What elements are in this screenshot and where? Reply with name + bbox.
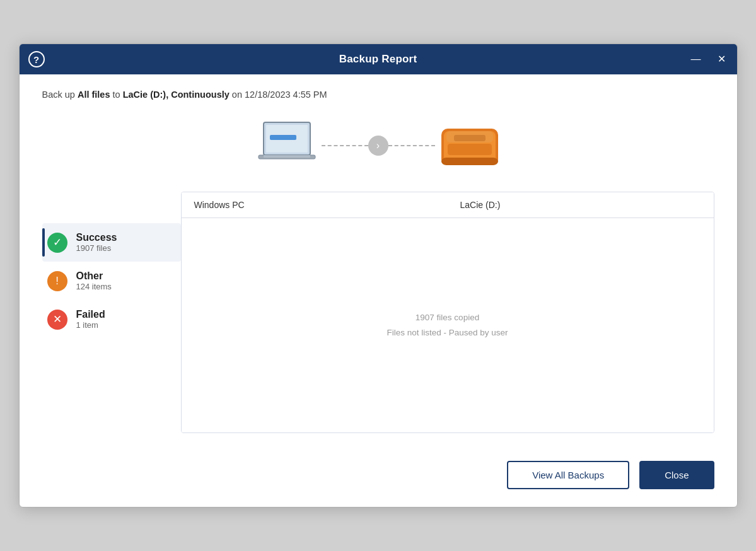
transfer-visualization: › bbox=[42, 117, 714, 174]
sidebar-text-other: Other 124 items bbox=[76, 270, 112, 291]
success-label: Success bbox=[76, 232, 117, 243]
table-panel: Windows PC LaCie (D:) 1907 files copied … bbox=[181, 192, 714, 433]
other-label: Other bbox=[76, 270, 112, 282]
subtitle-bold1: All files bbox=[78, 90, 110, 100]
backup-subtitle: Back up All files to LaCie (D:), Continu… bbox=[42, 90, 714, 100]
table-empty-message: 1907 files copied Files not listed - Pau… bbox=[387, 310, 508, 341]
table-header: Windows PC LaCie (D:) bbox=[182, 192, 714, 218]
titlebar-left: ? bbox=[28, 51, 45, 67]
subtitle-bold2: LaCie (D:), Continuously bbox=[123, 90, 230, 100]
sidebar-item-success[interactable]: ✓ Success 1907 files bbox=[42, 223, 181, 262]
backup-report-window: ? Backup Report — ✕ Back up All files to… bbox=[19, 44, 738, 508]
sidebar-item-other[interactable]: ! Other 124 items bbox=[42, 262, 181, 300]
footer: View All Backups Close bbox=[20, 448, 737, 507]
table-col-source: Windows PC bbox=[182, 192, 448, 218]
failed-count: 1 item bbox=[76, 320, 105, 330]
titlebar: ? Backup Report — ✕ bbox=[20, 44, 737, 74]
close-button[interactable]: Close bbox=[639, 461, 714, 489]
sidebar-text-success: Success 1907 files bbox=[76, 232, 117, 253]
svg-rect-9 bbox=[448, 144, 492, 155]
svg-rect-2 bbox=[270, 135, 296, 140]
main-area: ✓ Success 1907 files ! Other 124 items ✕ bbox=[42, 192, 714, 433]
other-icon: ! bbox=[47, 271, 67, 291]
drive-svg bbox=[435, 117, 504, 174]
window-title: Backup Report bbox=[339, 53, 417, 66]
subtitle-suffix: on 12/18/2023 4:55 PM bbox=[230, 90, 327, 100]
svg-rect-4 bbox=[264, 155, 310, 158]
empty-line2: Files not listed - Paused by user bbox=[387, 328, 508, 337]
help-icon[interactable]: ? bbox=[28, 51, 45, 67]
svg-rect-10 bbox=[446, 131, 493, 142]
arrow-circle: › bbox=[368, 136, 388, 156]
close-window-button[interactable]: ✕ bbox=[715, 53, 728, 66]
minimize-button[interactable]: — bbox=[689, 53, 704, 66]
laptop-svg bbox=[252, 117, 322, 174]
other-count: 124 items bbox=[76, 282, 112, 291]
svg-rect-8 bbox=[441, 158, 498, 165]
failed-icon: ✕ bbox=[47, 310, 67, 330]
subtitle-prefix: Back up bbox=[42, 90, 78, 100]
sidebar: ✓ Success 1907 files ! Other 124 items ✕ bbox=[42, 223, 181, 339]
view-all-backups-button[interactable]: View All Backups bbox=[507, 461, 629, 489]
table-col-dest: LaCie (D:) bbox=[448, 192, 714, 218]
transfer-arrow: › bbox=[322, 136, 435, 156]
dashed-line-right bbox=[388, 145, 435, 146]
content-area: Back up All files to LaCie (D:), Continu… bbox=[20, 74, 737, 448]
subtitle-middle: to bbox=[110, 90, 123, 100]
titlebar-right: — ✕ bbox=[689, 53, 728, 66]
success-count: 1907 files bbox=[76, 243, 117, 253]
source-device-icon bbox=[252, 117, 322, 174]
failed-label: Failed bbox=[76, 309, 105, 320]
table-body: 1907 files copied Files not listed - Pau… bbox=[182, 218, 714, 432]
destination-device-icon bbox=[435, 117, 504, 174]
sidebar-item-failed[interactable]: ✕ Failed 1 item bbox=[42, 300, 181, 339]
sidebar-text-failed: Failed 1 item bbox=[76, 309, 105, 330]
success-icon: ✓ bbox=[47, 233, 67, 253]
dashed-line-left bbox=[322, 145, 368, 146]
empty-line1: 1907 files copied bbox=[416, 313, 479, 322]
